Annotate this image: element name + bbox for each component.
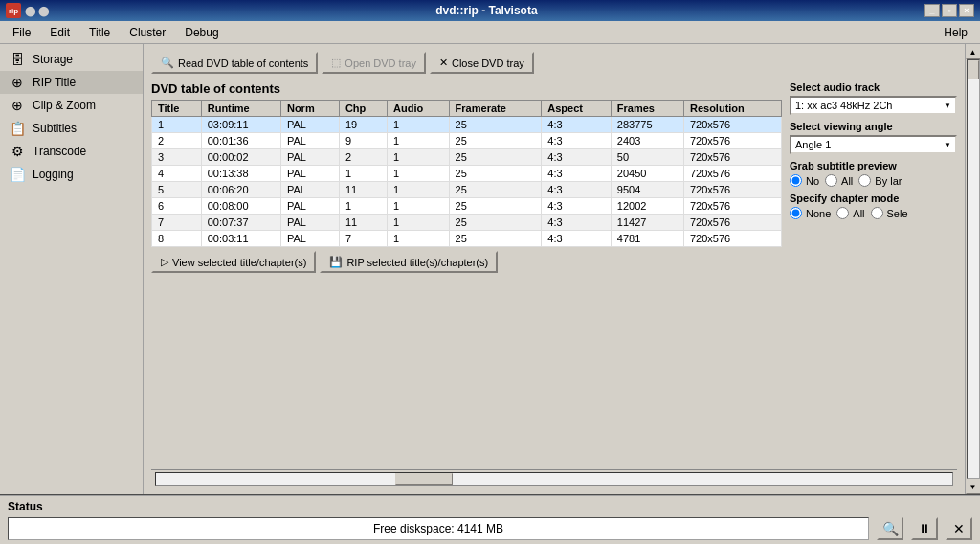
titlebar-title: dvd::rip - Talvisota — [49, 4, 924, 17]
table-row[interactable]: 103:09:11PAL191254:3283775720x576 — [152, 117, 782, 133]
sidebar-item-clip-zoom[interactable]: ⊕ Clip & Zoom — [0, 94, 143, 117]
subtitle-bylar-option[interactable]: By lar — [858, 174, 902, 187]
chapter-radio-options: None All Sele — [790, 207, 957, 219]
table-row[interactable]: 600:08:00PAL11254:312002720x576 — [152, 198, 782, 215]
table-cell-4-4: 1 — [388, 182, 450, 198]
chapter-all-option[interactable]: All — [836, 207, 864, 219]
logging-icon: 📄 — [8, 167, 27, 182]
chapter-none-radio[interactable] — [790, 207, 802, 219]
subtitle-all-option[interactable]: All — [825, 174, 853, 187]
subtitle-all-radio[interactable] — [825, 174, 837, 187]
menu-help[interactable]: Help — [935, 23, 976, 42]
sidebar-item-transcode[interactable]: ⚙ Transcode — [0, 140, 143, 163]
sidebar-label-subtitles: Subtitles — [33, 122, 77, 135]
chapter-mode-group: Specify chapter mode None All — [790, 193, 957, 219]
minimize-button[interactable]: _ — [924, 4, 940, 17]
viewing-angle-dropdown[interactable]: Angle 1 ▼ — [790, 135, 957, 154]
chapter-sele-option[interactable]: Sele — [871, 207, 908, 219]
menu-cluster[interactable]: Cluster — [121, 23, 174, 42]
table-cell-5-0: 6 — [152, 198, 202, 215]
subtitle-bylar-radio[interactable] — [858, 174, 871, 187]
table-cell-6-4: 1 — [388, 215, 450, 231]
hscroll-track[interactable] — [155, 472, 953, 486]
table-row[interactable]: 500:06:20PAL111254:39504720x576 — [152, 182, 782, 198]
table-cell-4-0: 5 — [152, 182, 202, 198]
sidebar-item-logging[interactable]: 📄 Logging — [0, 163, 143, 186]
vscroll-thumb[interactable] — [968, 60, 979, 79]
storage-icon: 🗄 — [8, 52, 27, 67]
table-cell-5-5: 25 — [449, 198, 542, 215]
status-zoom-button[interactable]: 🔍 — [877, 517, 903, 540]
subtitle-preview-label: Grab subtitle preview — [790, 160, 957, 171]
hscroll-thumb[interactable] — [395, 473, 453, 485]
maximize-button[interactable]: ▫ — [942, 4, 957, 17]
view-title-button[interactable]: ▷ View selected title/chapter(s) — [151, 251, 316, 273]
table-cell-5-8: 720x576 — [683, 198, 781, 215]
col-audio: Audio — [388, 101, 450, 117]
col-resolution: Resolution — [683, 101, 781, 117]
table-cell-5-1: 00:08:00 — [201, 198, 280, 215]
table-cell-1-2: PAL — [280, 133, 339, 149]
vertical-scrollbar[interactable]: ▲ ▼ — [965, 44, 980, 494]
vscroll-down-arrow[interactable]: ▼ — [966, 479, 981, 494]
sidebar-label-logging: Logging — [33, 168, 74, 181]
table-cell-0-0: 1 — [152, 117, 202, 133]
subtitle-no-option[interactable]: No — [790, 174, 819, 187]
chapter-all-radio[interactable] — [836, 207, 849, 219]
vscroll-up-arrow[interactable]: ▲ — [966, 44, 981, 59]
read-dvd-button[interactable]: 🔍 Read DVD table of contents — [151, 52, 318, 74]
vscroll-track[interactable] — [967, 59, 980, 479]
close-button[interactable]: × — [959, 4, 974, 17]
col-runtime: Runtime — [201, 101, 280, 117]
table-row[interactable]: 700:07:37PAL111254:311427720x576 — [152, 215, 782, 231]
table-container: DVD table of contents Title Runtime Norm… — [151, 81, 782, 462]
sidebar-label-storage: Storage — [33, 53, 73, 66]
table-cell-5-7: 12002 — [611, 198, 683, 215]
menu-file[interactable]: File — [4, 23, 39, 42]
view-title-label: View selected title/chapter(s) — [172, 257, 306, 268]
subtitles-icon: 📋 — [8, 121, 27, 136]
chapter-sele-radio[interactable] — [871, 207, 883, 219]
rip-title-button[interactable]: 💾 RIP selected title(s)/chapter(s) — [320, 251, 498, 273]
menubar-right: Help — [935, 26, 976, 39]
table-row[interactable]: 800:03:11PAL71254:34781720x576 — [152, 231, 782, 247]
viewing-angle-value: Angle 1 — [795, 139, 831, 150]
subtitle-no-radio[interactable] — [790, 174, 802, 187]
status-close-button[interactable]: ✕ — [946, 517, 972, 540]
open-tray-button[interactable]: ⬚ Open DVD tray — [322, 52, 426, 74]
chapter-sele-label: Sele — [887, 208, 908, 219]
titlebar-controls[interactable]: _ ▫ × — [924, 4, 974, 17]
status-pause-button[interactable]: ⏸ — [911, 517, 938, 540]
menu-debug[interactable]: Debug — [176, 23, 227, 42]
sidebar-item-storage[interactable]: 🗄 Storage — [0, 48, 143, 71]
menu-title[interactable]: Title — [80, 23, 119, 42]
subtitle-all-label: All — [841, 175, 853, 187]
table-cell-4-7: 9504 — [611, 182, 683, 198]
menu-edit[interactable]: Edit — [41, 23, 78, 42]
status-zoom-icon: 🔍 — [882, 521, 899, 536]
close-tray-icon: ✕ — [439, 57, 448, 69]
status-row: Free diskspace: 4141 MB 🔍 ⏸ ✕ — [8, 517, 972, 540]
table-cell-4-3: 11 — [339, 182, 387, 198]
horizontal-scrollbar[interactable] — [151, 469, 957, 487]
subtitle-radio-options: No All By lar — [790, 174, 957, 187]
sidebar: 🗄 Storage ⊕ RIP Title ⊕ Clip & Zoom 📋 Su… — [0, 44, 144, 494]
sidebar-label-rip-title: RIP Title — [33, 76, 76, 89]
sidebar-item-subtitles[interactable]: 📋 Subtitles — [0, 117, 143, 140]
col-norm: Norm — [280, 101, 339, 117]
table-row[interactable]: 200:01:36PAL91254:32403720x576 — [152, 133, 782, 149]
audio-track-dropdown[interactable]: 1: xx ac3 48kHz 2Ch ▼ — [790, 96, 957, 115]
table-row[interactable]: 400:13:38PAL11254:320450720x576 — [152, 166, 782, 182]
sidebar-item-rip-title[interactable]: ⊕ RIP Title — [0, 71, 143, 94]
close-tray-button[interactable]: ✕ Close DVD tray — [430, 52, 534, 74]
clip-zoom-icon: ⊕ — [8, 98, 27, 113]
angle-dropdown-arrow: ▼ — [944, 141, 951, 149]
chapter-none-option[interactable]: None — [790, 207, 831, 219]
table-cell-0-4: 1 — [388, 117, 450, 133]
table-cell-2-1: 00:00:02 — [201, 149, 280, 166]
table-cell-2-6: 4:3 — [542, 149, 612, 166]
col-title: Title — [152, 101, 202, 117]
close-tray-label: Close DVD tray — [452, 57, 524, 69]
table-header-row: Title Runtime Norm Chp Audio Framerate A… — [152, 101, 782, 117]
table-row[interactable]: 300:00:02PAL21254:350720x576 — [152, 149, 782, 166]
